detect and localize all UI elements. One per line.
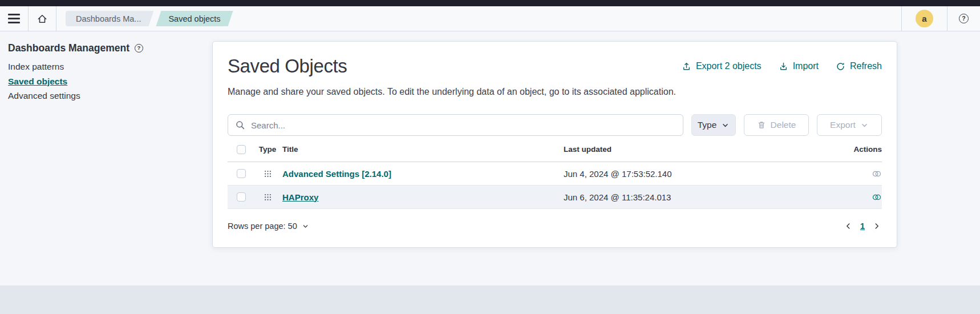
type-filter-label: Type	[698, 120, 717, 130]
breadcrumb-saved-objects[interactable]: Saved objects	[156, 11, 233, 26]
sidebar-item-advanced-settings[interactable]: Advanced settings	[8, 88, 80, 103]
page-title: Saved Objects	[228, 55, 347, 77]
chevron-down-icon	[721, 121, 730, 130]
search-icon	[235, 120, 245, 130]
config-object-type-icon	[264, 194, 272, 201]
select-all-checkbox[interactable]	[237, 145, 246, 154]
delete-button[interactable]: Delete	[744, 114, 809, 136]
column-header-type: Type	[253, 145, 282, 154]
sidebar-nav: Index patterns Saved objects Advanced se…	[8, 59, 196, 103]
help-icon: ?	[135, 44, 143, 53]
chevron-left-icon	[844, 222, 852, 230]
sidebar-title: Dashboards Management	[8, 42, 129, 54]
home-icon	[37, 13, 48, 25]
sidebar-help-button[interactable]: ?	[135, 44, 143, 53]
breadcrumb: Dashboards Ma... Saved objects	[66, 11, 233, 26]
refresh-label: Refresh	[850, 61, 882, 71]
table-row: Advanced Settings [2.14.0] Jun 4, 2024 @…	[228, 162, 882, 186]
chevron-down-icon	[860, 121, 869, 130]
saved-objects-panel: Saved Objects Export 2 objects Import	[212, 41, 897, 248]
column-header-title: Title	[282, 145, 564, 154]
import-icon	[779, 62, 788, 71]
row-checkbox[interactable]	[237, 169, 246, 178]
sidebar: Dashboards Management ? Index patterns S…	[8, 42, 196, 103]
header-right: a ?	[901, 6, 980, 31]
config-object-type-icon	[264, 170, 272, 178]
object-link-haproxy[interactable]: HAProxy	[282, 192, 318, 202]
app-screen: Dashboards Ma... Saved objects a ? Dashb…	[0, 0, 980, 314]
refresh-icon	[836, 62, 845, 71]
help-button[interactable]: ?	[947, 6, 980, 31]
import-button[interactable]: Import	[779, 61, 819, 71]
header-divider	[56, 6, 56, 31]
refresh-button[interactable]: Refresh	[836, 61, 882, 71]
export-button[interactable]: Export	[817, 114, 882, 136]
last-updated-cell: Jun 4, 2024 @ 17:53:52.140	[564, 169, 848, 179]
sidebar-item-index-patterns[interactable]: Index patterns	[8, 59, 64, 74]
app-header: Dashboards Ma... Saved objects a ?	[0, 6, 980, 31]
page-description: Manage and share your saved objects. To …	[228, 86, 882, 98]
hamburger-icon	[8, 14, 20, 23]
help-icon: ?	[959, 14, 969, 23]
column-header-actions: Actions	[848, 145, 882, 154]
type-filter-button[interactable]: Type	[691, 114, 736, 136]
export-all-button[interactable]: Export 2 objects	[682, 61, 762, 71]
table-header-row: Type Title Last updated Actions	[228, 137, 882, 162]
import-label: Import	[793, 61, 819, 71]
pagination: 1	[843, 221, 882, 231]
page-number-1[interactable]: 1	[860, 222, 865, 231]
export-all-label: Export 2 objects	[696, 61, 762, 71]
inspect-button[interactable]	[872, 193, 882, 202]
home-button[interactable]	[29, 6, 56, 31]
delete-label: Delete	[771, 120, 796, 130]
avatar[interactable]: a	[916, 10, 933, 27]
object-link-advanced-settings[interactable]: Advanced Settings [2.14.0]	[282, 169, 391, 179]
menu-button[interactable]	[0, 6, 28, 31]
sidebar-item-saved-objects[interactable]: Saved objects	[8, 74, 67, 89]
inspect-icon	[872, 193, 882, 202]
inspect-button[interactable]	[872, 170, 882, 178]
previous-page-button[interactable]	[843, 221, 853, 231]
row-checkbox[interactable]	[237, 192, 246, 202]
bottom-gutter	[0, 285, 980, 314]
export-label: Export	[830, 120, 856, 130]
table-footer: Rows per page: 50 1	[228, 209, 882, 241]
search-input[interactable]	[228, 114, 683, 136]
breadcrumb-dashboards-management[interactable]: Dashboards Ma...	[66, 11, 153, 26]
inspect-icon	[872, 170, 882, 178]
chevron-right-icon	[873, 222, 881, 230]
rows-per-page-button[interactable]: Rows per page: 50	[228, 222, 309, 231]
column-header-last-updated: Last updated	[564, 145, 848, 154]
header-divider	[901, 6, 902, 31]
trash-icon	[757, 120, 766, 130]
rows-per-page-label: Rows per page: 50	[228, 222, 297, 231]
top-strip	[0, 0, 980, 6]
last-updated-cell: Jun 6, 2024 @ 11:35:24.013	[564, 192, 848, 202]
search-box	[228, 114, 683, 136]
chevron-down-icon	[302, 223, 309, 230]
next-page-button[interactable]	[872, 221, 882, 231]
panel-actions: Export 2 objects Import Refresh	[682, 61, 882, 71]
export-icon	[682, 62, 691, 71]
toolbar: Type Delete Export	[228, 114, 882, 136]
table-row: HAProxy Jun 6, 2024 @ 11:35:24.013	[228, 186, 882, 209]
saved-objects-table: Type Title Last updated Actions A	[228, 137, 882, 209]
